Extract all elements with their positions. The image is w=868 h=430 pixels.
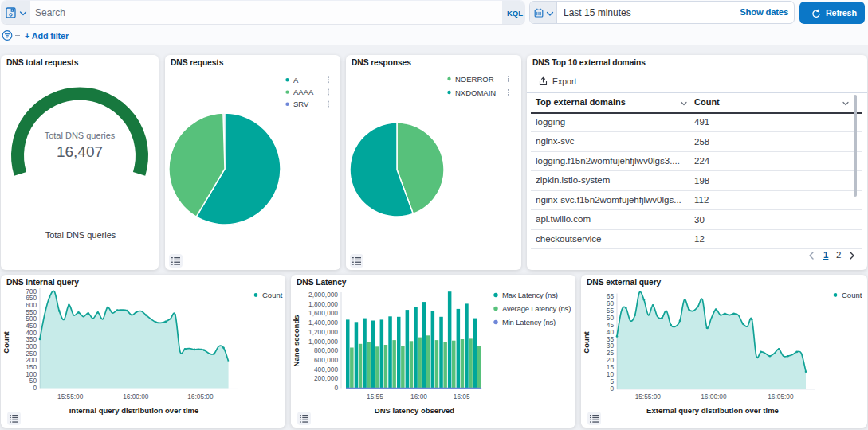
- svg-text:450: 450: [26, 322, 37, 330]
- svg-text:0: 0: [334, 384, 338, 392]
- svg-text:550: 550: [26, 308, 37, 316]
- svg-text:Total DNS queries: Total DNS queries: [45, 230, 116, 240]
- svg-text:16:05:00: 16:05:00: [187, 393, 214, 401]
- svg-text:35: 35: [607, 335, 615, 343]
- svg-text:A: A: [293, 76, 299, 84]
- svg-text:600: 600: [26, 301, 37, 309]
- svg-text:1,400,000: 1,400,000: [308, 319, 338, 326]
- svg-text:1,600,000: 1,600,000: [308, 309, 338, 317]
- svg-text:700: 700: [26, 287, 37, 295]
- svg-text:50: 50: [29, 377, 37, 385]
- svg-text:250: 250: [26, 350, 37, 358]
- svg-text:25: 25: [607, 349, 615, 357]
- svg-text:1,800,000: 1,800,000: [308, 300, 338, 308]
- svg-text:Total DNS queries: Total DNS queries: [45, 131, 116, 140]
- svg-text:400,000: 400,000: [314, 366, 338, 373]
- svg-text:Count: Count: [842, 291, 862, 299]
- svg-text:65: 65: [607, 292, 615, 300]
- svg-text:Min Latency (ns): Min Latency (ns): [502, 318, 556, 326]
- svg-text:0: 0: [33, 384, 37, 392]
- svg-text:0: 0: [610, 385, 614, 393]
- svg-text:300: 300: [26, 342, 37, 350]
- svg-text:45: 45: [607, 321, 615, 329]
- svg-text:60: 60: [607, 299, 615, 307]
- svg-text:30: 30: [607, 342, 615, 350]
- svg-text:Count: Count: [582, 330, 591, 353]
- svg-text:40: 40: [607, 328, 615, 336]
- svg-text:200: 200: [26, 356, 37, 364]
- svg-text:DNS latency observed: DNS latency observed: [375, 406, 455, 415]
- svg-text:650: 650: [26, 294, 37, 302]
- svg-text:15: 15: [607, 363, 615, 371]
- svg-text:16:00:00: 16:00:00: [701, 393, 727, 401]
- svg-text:NOERROR: NOERROR: [455, 75, 494, 84]
- svg-text:400: 400: [26, 329, 37, 337]
- svg-text:AAAA: AAAA: [293, 88, 314, 96]
- svg-text:55: 55: [607, 307, 615, 315]
- svg-text:800,000: 800,000: [314, 346, 338, 354]
- svg-text:NXDOMAIN: NXDOMAIN: [455, 88, 496, 97]
- svg-text:16:00: 16:00: [410, 393, 427, 401]
- svg-text:16,407: 16,407: [57, 143, 103, 160]
- svg-text:1,000,000: 1,000,000: [308, 338, 338, 346]
- svg-text:150: 150: [26, 363, 37, 371]
- svg-text:Internal query distribution ov: Internal query distribution over time: [69, 406, 199, 415]
- svg-text:200,000: 200,000: [314, 374, 338, 382]
- svg-text:50: 50: [607, 314, 615, 322]
- svg-text:16:00:00: 16:00:00: [123, 393, 149, 401]
- svg-text:15:55: 15:55: [367, 393, 383, 401]
- svg-text:15:55:00: 15:55:00: [57, 393, 84, 401]
- svg-text:2,000,000: 2,000,000: [308, 291, 338, 299]
- svg-text:350: 350: [26, 335, 37, 343]
- svg-text:500: 500: [26, 315, 37, 322]
- svg-text:SRV: SRV: [293, 100, 309, 108]
- svg-text:20: 20: [607, 356, 615, 364]
- svg-text:5: 5: [610, 377, 614, 385]
- svg-text:15:55:00: 15:55:00: [635, 393, 662, 401]
- svg-text:Count: Count: [2, 330, 10, 353]
- svg-text:600,000: 600,000: [314, 356, 338, 364]
- svg-text:100: 100: [26, 370, 37, 378]
- svg-text:External query distribution ov: External query distribution over time: [646, 406, 779, 415]
- svg-text:16:05:00: 16:05:00: [768, 393, 794, 401]
- svg-text:Average Latency (ns): Average Latency (ns): [502, 304, 571, 313]
- svg-text:16:05: 16:05: [454, 393, 470, 401]
- svg-text:10: 10: [607, 370, 615, 378]
- svg-text:Max Latency (ns): Max Latency (ns): [502, 291, 558, 299]
- svg-text:1,200,000: 1,200,000: [308, 328, 338, 336]
- svg-text:Count: Count: [262, 291, 283, 299]
- svg-text:Nano seconds: Nano seconds: [292, 315, 300, 367]
